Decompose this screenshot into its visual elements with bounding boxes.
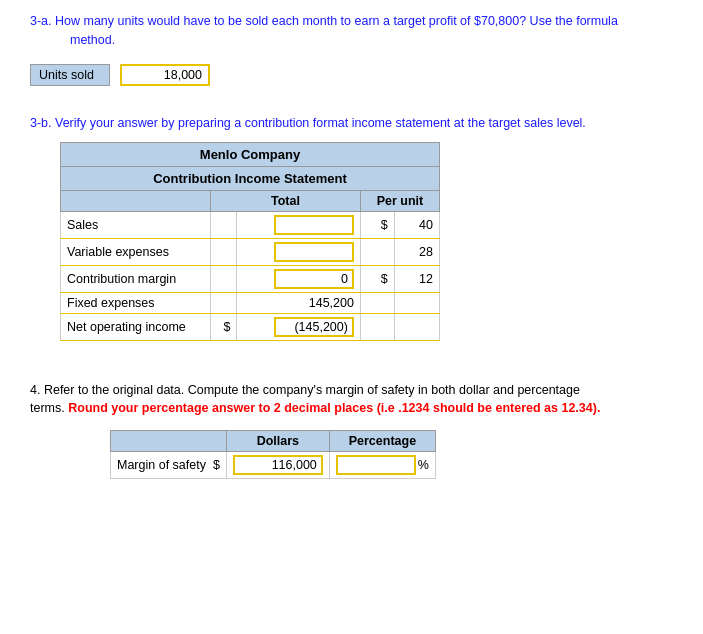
margin-safety-row: Margin of safety $ % [111,452,436,479]
income-statement-table-container: Menlo Company Contribution Income Statem… [60,142,440,341]
per-unit-col-header: Per unit [360,190,439,211]
sales-total-input[interactable] [274,215,354,235]
pct-cell-container: % [336,455,429,475]
company-name-cell: Menlo Company [61,142,440,166]
sales-label: Sales [61,211,211,238]
cm-per-unit-value: 12 [394,265,439,292]
margin-pct-header: Percentage [329,431,435,452]
noi-total-dollar: $ [211,313,237,340]
margin-safety-label: Margin of safety $ [111,452,227,479]
var-exp-dollar [211,238,237,265]
question-4: 4. Refer to the original data. Compute t… [30,381,673,480]
var-exp-total-input[interactable] [274,242,354,262]
blank-col-header [61,190,211,211]
net-operating-income-row: Net operating income $ [61,313,440,340]
col-header-row: Total Per unit [61,190,440,211]
contribution-margin-label: Contribution margin [61,265,211,292]
fe-per-unit-dollar [360,292,394,313]
noi-label: Net operating income [61,313,211,340]
statement-title-cell: Contribution Income Statement [61,166,440,190]
noi-total-input-cell [237,313,360,340]
sales-total-dollar [211,211,237,238]
sales-row: Sales $ 40 [61,211,440,238]
cm-dollar [211,265,237,292]
variable-expenses-label: Variable expenses [61,238,211,265]
units-sold-row: Units sold [30,64,673,86]
pct-sign: % [418,458,429,472]
margin-blank-header [111,431,227,452]
question-3b: 3-b. Verify your answer by preparing a c… [30,116,673,341]
sales-per-unit-value: 40 [394,211,439,238]
fe-total-value: 145,200 [237,292,360,313]
income-statement-table: Menlo Company Contribution Income Statem… [60,142,440,341]
contribution-margin-row: Contribution margin $ 12 [61,265,440,292]
total-col-header: Total [211,190,361,211]
cm-per-unit-dollar: $ [360,265,394,292]
fe-per-unit-value [394,292,439,313]
units-sold-label: Units sold [30,64,110,86]
margin-dollars-input[interactable] [233,455,323,475]
noi-per-unit-value [394,313,439,340]
statement-title-row: Contribution Income Statement [61,166,440,190]
sales-total-input-cell [237,211,360,238]
fe-dollar [211,292,237,313]
margin-header-row: Dollars Percentage [111,431,436,452]
fixed-expenses-row: Fixed expenses 145,200 [61,292,440,313]
margin-pct-cell: % [329,452,435,479]
q3a-text: 3-a. How many units would have to be sol… [30,12,673,50]
var-exp-input-cell [237,238,360,265]
cm-total-input-cell [237,265,360,292]
q4-text: 4. Refer to the original data. Compute t… [30,381,673,419]
var-exp-per-unit-value: 28 [394,238,439,265]
noi-total-input[interactable] [274,317,354,337]
company-name-row: Menlo Company [61,142,440,166]
question-3a: 3-a. How many units would have to be sol… [30,12,673,86]
noi-per-unit-dollar [360,313,394,340]
margin-pct-input[interactable] [336,455,416,475]
cm-total-input[interactable] [274,269,354,289]
margin-safety-table: Dollars Percentage Margin of safety $ % [110,430,436,479]
margin-dollars-cell [226,452,329,479]
variable-expenses-row: Variable expenses 28 [61,238,440,265]
fixed-expenses-label: Fixed expenses [61,292,211,313]
sales-per-unit-dollar: $ [360,211,394,238]
margin-dollars-header: Dollars [226,431,329,452]
q3b-text: 3-b. Verify your answer by preparing a c… [30,116,673,130]
units-sold-input[interactable] [120,64,210,86]
var-exp-per-unit-dollar [360,238,394,265]
